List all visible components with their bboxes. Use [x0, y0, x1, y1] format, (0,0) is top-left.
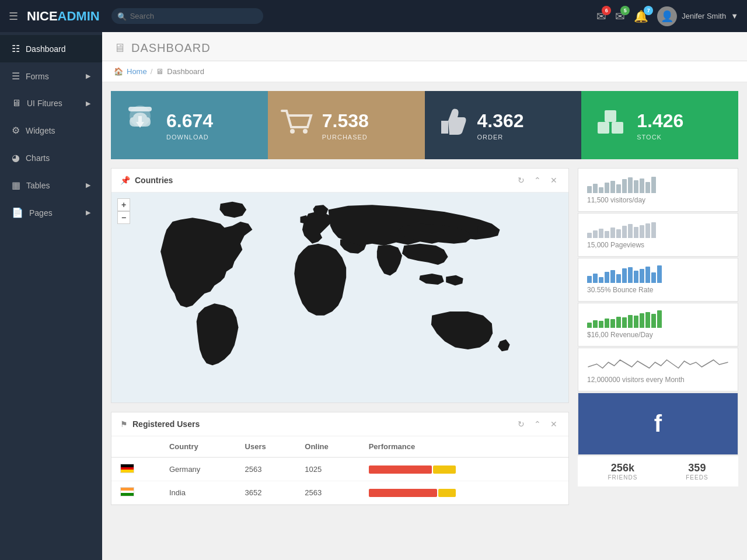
sidebar-item-label: UI Fitures [27, 99, 62, 108]
svg-rect-8 [605, 110, 616, 122]
progress-yellow [433, 466, 456, 474]
stat-label: ORDER [477, 134, 524, 141]
sidebar: ☷ Dashboard ☰ Forms ▶ 🖥 UI Fitures ▶ ⚙ W… [0, 32, 102, 560]
bar [640, 269, 644, 283]
progress-empty [457, 466, 486, 474]
flag-icon: ⚑ [120, 419, 128, 429]
progress-red [369, 466, 432, 474]
users-table-wrap: Country Users Online Performance [111, 436, 568, 505]
sidebar-item-charts[interactable]: ◕ Charts [0, 144, 102, 172]
brand-admin: ADMIN [58, 9, 100, 23]
stat-number: 1.426 [637, 110, 683, 132]
map-panel-header: 📌 Countries ↻ ⌃ ✕ [111, 169, 568, 192]
map-panel: 📌 Countries ↻ ⌃ ✕ + − [111, 168, 569, 403]
performance-bar [369, 489, 486, 497]
top-navigation: ☰ NICEADMIN 🔍 ✉ 6 ✉ 5 🔔 7 👤 Jenifer Smit… [0, 0, 747, 32]
breadcrumb-separator: / [151, 67, 153, 76]
charts-icon: ◕ [12, 152, 20, 163]
online-count: 1025 [296, 457, 359, 481]
svg-rect-3 [138, 116, 142, 124]
sidebar-item-forms[interactable]: ☰ Forms ▶ [0, 62, 102, 90]
table-row: India 3652 2563 [111, 481, 568, 505]
online-count: 2563 [296, 481, 359, 505]
sidebar-item-pages[interactable]: 📄 Pages ▶ [0, 199, 102, 226]
bar [628, 224, 633, 238]
hamburger-icon[interactable]: ☰ [9, 10, 18, 23]
user-menu[interactable]: 👤 Jenifer Smith ▼ [657, 6, 738, 26]
bar [605, 231, 609, 238]
stat-info-purchased: 7.538 PURCHASED [322, 110, 369, 141]
fb-friends: 256k FRIENDS [608, 462, 637, 481]
sidebar-item-tables[interactable]: ▦ Tables ▶ [0, 172, 102, 199]
monitor-icon: 🖥 [12, 98, 21, 108]
notifications-button[interactable]: 🔔 7 [634, 9, 648, 23]
feeds-label: FEEDS [686, 474, 708, 481]
thumbsup-icon [437, 106, 469, 145]
main-content: 🖥 DASHBOARD 🏠 Home / 🖥 Dashboard [102, 32, 747, 560]
col-online: Online [296, 436, 359, 457]
widget-visitors: 11,500 visitors/day [578, 168, 738, 212]
bar [645, 223, 650, 239]
stat-card-stock: 1.426 STOCK [581, 91, 738, 159]
brand-nice: NICE [27, 9, 58, 23]
bar [634, 271, 638, 283]
col-users: Users [236, 436, 296, 457]
bar [610, 181, 615, 193]
map-container: + − [111, 192, 568, 402]
bar [622, 226, 627, 238]
bar [599, 321, 603, 328]
fb-feeds: 359 FEEDS [686, 462, 708, 481]
bar [616, 229, 621, 238]
progress-red [369, 489, 438, 497]
sidebar-item-ui-fixtures[interactable]: 🖥 UI Fitures ▶ [0, 90, 102, 117]
bar [651, 272, 656, 283]
refresh-button[interactable]: ↻ [515, 174, 527, 186]
facebook-icon: f [590, 411, 726, 437]
stat-label: PURCHASED [322, 134, 369, 141]
chevron-right-icon: ▶ [86, 209, 90, 216]
revenue-label: $16,00 Revenue/Day [587, 331, 729, 339]
sidebar-item-label: Forms [26, 72, 49, 81]
bar [640, 178, 644, 194]
sidebar-item-label: Tables [26, 181, 50, 190]
zoom-in-button[interactable]: + [117, 198, 130, 211]
search-input[interactable] [111, 8, 263, 24]
pageviews-label: 15,000 Pageviews [587, 241, 729, 249]
bar [622, 179, 627, 193]
mail-button[interactable]: ✉ 5 [615, 9, 625, 23]
bar [622, 268, 627, 284]
users-count: 2563 [236, 457, 296, 481]
bar [640, 313, 644, 328]
col-performance: Performance [360, 436, 568, 457]
sidebar-item-dashboard[interactable]: ☷ Dashboard [0, 35, 102, 62]
collapse-button[interactable]: ⌃ [532, 418, 543, 430]
bar [645, 182, 650, 194]
bar [616, 317, 621, 328]
sidebar-item-widgets[interactable]: ⚙ Widgets [0, 117, 102, 144]
bar [651, 314, 656, 328]
breadcrumb-home-link[interactable]: Home [127, 67, 147, 76]
bounce-chart [587, 265, 729, 283]
users-count: 3652 [236, 481, 296, 505]
pages-icon: 📄 [12, 207, 23, 218]
bar [599, 277, 603, 284]
stat-number: 7.538 [322, 110, 369, 132]
bar [593, 230, 598, 239]
tables-icon: ▦ [12, 180, 20, 191]
bar [599, 229, 603, 239]
layout: ☷ Dashboard ☰ Forms ▶ 🖥 UI Fitures ▶ ⚙ W… [0, 32, 747, 560]
stat-info-download: 6.674 DOWNLOAD [166, 110, 213, 141]
collapse-button[interactable]: ⌃ [532, 174, 543, 186]
close-button[interactable]: ✕ [548, 418, 560, 430]
zoom-out-button[interactable]: − [117, 211, 130, 224]
facebook-stats: 256k FRIENDS 359 FEEDS [578, 456, 738, 487]
close-button[interactable]: ✕ [548, 174, 560, 186]
bar [645, 267, 650, 284]
friends-count: 256k [608, 462, 637, 474]
messages-button[interactable]: ✉ 6 [596, 9, 606, 23]
map-zoom-controls: + − [117, 198, 130, 224]
widget-monthly: 12,000000 visitors every Month [578, 348, 738, 391]
users-table: Country Users Online Performance [111, 436, 568, 505]
refresh-button[interactable]: ↻ [515, 418, 527, 430]
mail-badge: 5 [620, 6, 630, 15]
